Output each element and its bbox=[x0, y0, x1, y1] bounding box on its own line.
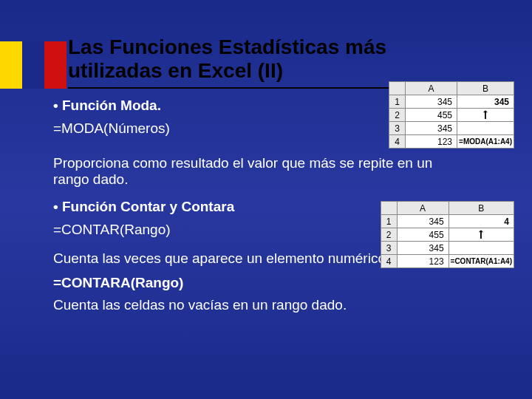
excel-sample-moda: A B 1 345 345 2 455 🠕 3 345 4 123 =MODA(… bbox=[389, 81, 514, 149]
flag-accent bbox=[0, 41, 66, 89]
row-number: 4 bbox=[381, 255, 397, 268]
cell-a2: 455 bbox=[406, 109, 457, 122]
cell-a3: 345 bbox=[406, 122, 457, 135]
row-number: 1 bbox=[389, 95, 406, 109]
contara-formula: =CONTARA(Rango) bbox=[53, 275, 504, 292]
excel-sample-contar: A B 1 345 4 2 455 🠕 3 345 4 123 =CONTAR(… bbox=[381, 201, 514, 268]
flag-stripe-blue bbox=[22, 41, 44, 89]
col-header-a: A bbox=[397, 202, 449, 215]
cell-b1: 345 bbox=[457, 95, 514, 109]
cell-b3 bbox=[457, 122, 514, 135]
col-header-b: B bbox=[457, 82, 514, 95]
cell-b3 bbox=[449, 242, 514, 255]
flag-stripe-yellow bbox=[0, 41, 22, 89]
table-row: 3 345 bbox=[389, 122, 514, 135]
row-number: 4 bbox=[389, 135, 406, 149]
cell-a4: 123 bbox=[397, 255, 449, 268]
flag-stripe-red bbox=[44, 41, 66, 89]
row-number: 3 bbox=[381, 242, 397, 255]
cell-b1: 4 bbox=[449, 215, 514, 228]
table-row: 4 123 =CONTAR(A1:A4) bbox=[381, 255, 514, 268]
table-row: 1 345 345 bbox=[389, 95, 514, 109]
row-number: 2 bbox=[389, 109, 406, 122]
cell-b4-formula: =CONTAR(A1:A4) bbox=[449, 255, 514, 268]
col-header-a: A bbox=[406, 82, 457, 95]
cell-a3: 345 bbox=[397, 242, 449, 255]
cell-a4: 123 bbox=[406, 135, 457, 149]
table-corner bbox=[381, 202, 397, 215]
table-row: 2 455 🠕 bbox=[381, 228, 514, 242]
row-number: 1 bbox=[381, 215, 397, 228]
table-row: 2 455 🠕 bbox=[389, 109, 514, 122]
row-number: 3 bbox=[389, 122, 406, 135]
moda-description: Proporciona como resultado el valor que … bbox=[53, 155, 467, 189]
row-number: 2 bbox=[381, 228, 397, 242]
cell-a2: 455 bbox=[397, 228, 449, 242]
table-corner bbox=[389, 82, 406, 95]
arrow-up-icon: 🠕 bbox=[457, 109, 514, 122]
table-row: 3 345 bbox=[381, 242, 514, 255]
cell-a1: 345 bbox=[397, 215, 449, 228]
slide-title: Las Funciones Estadísticas más utilizada… bbox=[68, 35, 482, 83]
contara-description: Cuenta las celdas no vacías en un rango … bbox=[53, 297, 504, 314]
cell-a1: 345 bbox=[406, 95, 457, 109]
table-row: 4 123 =MODA(A1:A4) bbox=[389, 135, 514, 149]
cell-b4-formula: =MODA(A1:A4) bbox=[457, 135, 514, 149]
col-header-b: B bbox=[449, 202, 514, 215]
arrow-up-icon: 🠕 bbox=[449, 228, 514, 242]
table-row: 1 345 4 bbox=[381, 215, 514, 228]
